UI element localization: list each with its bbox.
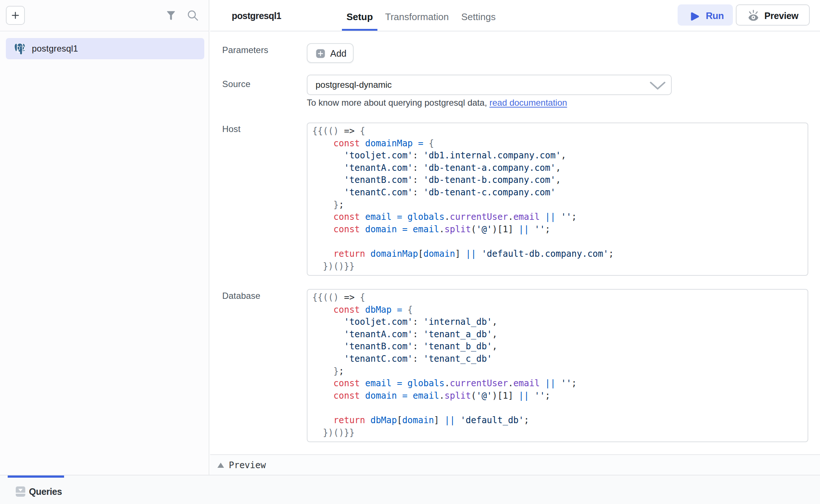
code-token: = bbox=[402, 224, 407, 234]
host-label: Host bbox=[222, 124, 241, 134]
code-token: || bbox=[466, 249, 476, 259]
code-token: '' bbox=[534, 224, 545, 234]
host-code-editor[interactable]: {{(() => { const domainMap = { 'tooljet.… bbox=[307, 123, 808, 276]
code-line: 'tenantB.com': 'tenant_b_db', bbox=[312, 341, 804, 353]
code-line: })()}} bbox=[312, 427, 804, 439]
query-list-item[interactable]: postgresql1 bbox=[6, 38, 204, 59]
code-token: ; bbox=[524, 415, 529, 425]
code-token: : bbox=[413, 163, 424, 173]
code-token: domain bbox=[365, 224, 397, 234]
code-token: [ bbox=[418, 249, 423, 259]
code-token bbox=[529, 224, 534, 234]
code-token: . bbox=[439, 391, 444, 401]
code-token bbox=[312, 249, 333, 259]
code-token bbox=[392, 378, 397, 388]
add-query-button[interactable] bbox=[6, 6, 25, 25]
header-divider bbox=[210, 31, 820, 31]
code-token bbox=[556, 212, 561, 222]
code-token: 'tenantA.com' bbox=[344, 329, 413, 339]
code-token: ( bbox=[471, 224, 476, 234]
code-token bbox=[476, 249, 481, 259]
preview-button[interactable]: Preview bbox=[736, 4, 810, 26]
code-token: const bbox=[333, 212, 360, 222]
database-code-editor[interactable]: {{(() => { const dbMap = { 'tooljet.com'… bbox=[307, 289, 808, 442]
code-token: globals bbox=[407, 212, 444, 222]
code-token bbox=[312, 150, 344, 161]
code-token: 'tenant_a_db' bbox=[423, 329, 492, 339]
code-token bbox=[402, 378, 407, 388]
code-token: domainMap bbox=[365, 138, 413, 148]
code-token bbox=[312, 428, 323, 438]
queries-tab-indicator bbox=[8, 475, 64, 478]
preview-panel-header[interactable]: Preview bbox=[210, 454, 820, 475]
code-token bbox=[312, 354, 344, 364]
code-token: const bbox=[333, 138, 360, 148]
tab-transformation[interactable]: Transformation bbox=[385, 0, 449, 31]
code-token: ; bbox=[571, 212, 577, 222]
code-token bbox=[392, 212, 397, 222]
code-token bbox=[312, 378, 333, 388]
parameters-label: Parameters bbox=[222, 45, 268, 55]
queries-tab-label: Queries bbox=[29, 486, 62, 497]
code-token: 'internal_db' bbox=[423, 317, 492, 327]
code-token: 'tooljet.com' bbox=[344, 317, 413, 327]
code-token: || bbox=[545, 212, 556, 222]
code-line: 'tenantC.com': 'tenant_c_db' bbox=[312, 353, 804, 365]
code-token: : bbox=[413, 341, 424, 351]
code-token bbox=[556, 378, 561, 388]
source-help-text: To know more about querying postgresql d… bbox=[307, 98, 567, 108]
add-parameter-button[interactable]: Add bbox=[307, 43, 354, 63]
code-token: = bbox=[397, 378, 402, 388]
code-token: return bbox=[333, 415, 365, 425]
code-token: || bbox=[444, 415, 455, 425]
code-line: const email = globals.currentUser.email … bbox=[312, 211, 804, 223]
plus-icon bbox=[11, 11, 20, 20]
code-line: 'tooljet.com': 'internal_db', bbox=[312, 316, 804, 328]
code-token bbox=[455, 415, 460, 425]
code-token: '@' bbox=[476, 391, 492, 401]
code-token: : bbox=[413, 187, 424, 198]
tab-setup[interactable]: Setup bbox=[342, 0, 377, 31]
code-line: 'tenantC.com': 'db-tenant-c.company.com' bbox=[312, 187, 804, 199]
code-token bbox=[439, 415, 444, 425]
code-token: [1] bbox=[497, 224, 513, 234]
code-token: 'tenantC.com' bbox=[344, 187, 413, 198]
filter-button[interactable] bbox=[165, 10, 176, 21]
code-line: {{(() => { bbox=[312, 125, 804, 138]
code-token: || bbox=[545, 378, 556, 388]
code-line bbox=[312, 236, 804, 248]
code-token: const bbox=[333, 378, 360, 388]
code-token: 'default-db.company.com' bbox=[481, 249, 608, 259]
code-line: return dbMap[domain] || 'default_db'; bbox=[312, 414, 804, 427]
code-token: 'tenant_b_db' bbox=[423, 341, 492, 351]
source-select[interactable]: postgresql-dynamic bbox=[307, 75, 672, 95]
tab-settings[interactable]: Settings bbox=[461, 0, 496, 31]
code-token bbox=[407, 224, 413, 234]
play-icon bbox=[690, 12, 700, 21]
code-token: . bbox=[508, 378, 513, 388]
code-token bbox=[312, 138, 333, 148]
code-token bbox=[312, 305, 333, 315]
code-token: 'db-tenant-c.company.com' bbox=[423, 187, 555, 198]
code-token: })()}} bbox=[323, 428, 355, 438]
code-token bbox=[312, 329, 344, 339]
run-button[interactable]: Run bbox=[678, 4, 733, 26]
code-token: 'db-tenant-a.company.com' bbox=[423, 163, 555, 173]
code-token: ; bbox=[339, 200, 344, 210]
filter-icon bbox=[167, 11, 175, 20]
queries-tab[interactable]: Queries bbox=[16, 484, 62, 500]
code-token: , bbox=[492, 329, 497, 339]
code-token: email bbox=[413, 224, 439, 234]
collapse-triangle-icon bbox=[217, 463, 224, 468]
code-token: : bbox=[413, 329, 424, 339]
code-token: dbMap bbox=[365, 305, 392, 315]
search-button[interactable] bbox=[186, 9, 199, 22]
code-token: { bbox=[407, 305, 413, 315]
code-token: email bbox=[365, 378, 392, 388]
code-token: split bbox=[444, 391, 471, 401]
code-token bbox=[312, 261, 323, 271]
read-documentation-link[interactable]: read documentation bbox=[489, 98, 567, 108]
database-label: Database bbox=[222, 291, 260, 301]
code-token: 'tenantB.com' bbox=[344, 341, 413, 351]
code-line: const dbMap = { bbox=[312, 304, 804, 316]
